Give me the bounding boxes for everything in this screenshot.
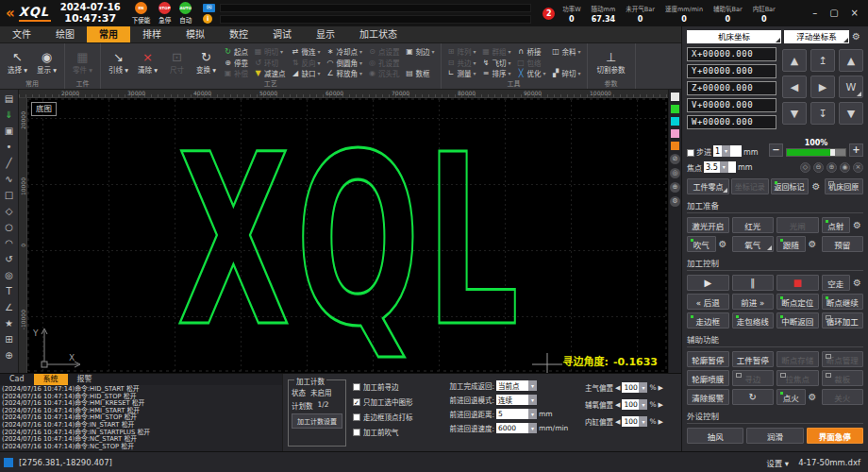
checkbox-only-selected[interactable]: ✓只加工选中图形 [353,396,440,407]
info-icon[interactable]: i [203,14,212,24]
minimize-button[interactable]: – [812,8,817,18]
checkbox-edge-seek-before[interactable]: 加工前寻边 [353,381,440,392]
ribbon-button-part[interactable]: ▦零件 ▾ [68,44,97,80]
ribbon-button-optimize[interactable]: ╳优化▾ [515,68,548,78]
ribbon-button-clear[interactable]: ×清除 ▾ [133,44,162,80]
reset-button[interactable]: ↻ [732,389,775,405]
flame-off-button[interactable]: 关火 [822,389,864,405]
dry-run-gear[interactable]: ⚙ [851,275,863,291]
jog-z-plus-button[interactable]: ▲ [839,49,863,72]
ribbon-button-hole-setting[interactable]: ◎孔设置 [366,58,402,68]
text-icon[interactable]: T [2,284,17,298]
log-tab-system[interactable]: 系统 [34,374,68,385]
clear-alarm-button[interactable]: 清除报警 [687,389,729,405]
star-icon[interactable]: ★ [2,316,17,330]
trace-frame-button[interactable]: 走边框 [687,312,729,329]
capture-icon[interactable]: ▣ [2,124,17,138]
point-icon[interactable]: • [2,140,17,154]
breakpoint-manage-button[interactable]: 断点管理 [822,351,864,367]
focus-close-icon[interactable]: × [853,162,863,173]
pause-button[interactable]: ‖ [732,275,775,291]
ribbon-button-point-setting[interactable]: ⊙点设置 [366,46,402,57]
jog-z-minus-button[interactable]: ▼ [839,102,863,125]
ribbon-button-counterbore[interactable]: ◉沉头孔 [366,68,402,78]
offset-increase-icon[interactable]: ▶ [659,418,663,426]
ribbon-button-dock[interactable]: ⊕停靠 [222,58,250,68]
burst-button[interactable]: 点射 [822,217,851,233]
coord-record-button[interactable]: 坐标记录 [731,178,769,194]
focus-value-field[interactable]: 3.5▾ [704,161,736,173]
settings-icon[interactable]: ⚙ [670,196,680,207]
speed-minus-button[interactable]: − [769,143,783,157]
field-input-fwd-back-dist[interactable]: 5▾ [496,409,537,419]
ribbon-button-cut-params[interactable]: ⊥切割参数 [591,44,632,80]
step-value-field[interactable]: 1▾ [713,145,742,157]
blow-gear[interactable]: ⚙ [717,236,729,252]
ui-estop-button[interactable]: 界面急停 [807,428,863,444]
field-input-fwd-back-mode[interactable]: 连续▾ [496,395,537,405]
ribbon-button-select[interactable]: ↖选择 ▾ [3,44,32,80]
arc-icon[interactable]: ◠ [2,236,17,250]
ribbon-button-remnant[interactable]: ◫余料▾ [550,46,583,57]
save-icon[interactable]: ⇓ [2,108,17,122]
edge-seek-button[interactable]: 寻边 [732,370,775,386]
part-pause-button[interactable]: 工件暂停 [732,351,775,367]
focus-diamond-icon[interactable]: ◇ [800,162,810,173]
ribbon-button-compensate[interactable]: ▣补偿 [222,68,250,78]
tab-display[interactable]: 显示 [304,26,347,42]
forward-button[interactable]: 前进 » [732,294,775,310]
settings-dropdown[interactable]: 设置 ▾ [766,457,789,468]
offset-input-inner-cyl-offset[interactable]: 100▾ [622,416,647,427]
coord-gear-icon[interactable]: ⚙ [852,32,860,42]
circle-icon[interactable]: ○ [2,220,17,234]
ribbon-button-bridge[interactable]: ∩桥接 [515,46,548,57]
focus-target-icon[interactable]: ◉ [840,162,850,173]
interrupt-return-button[interactable]: 中断返回 [776,312,819,329]
focus-cal-button[interactable]: 拉焦点 [776,370,819,386]
tab-nc[interactable]: 数控 [217,26,260,42]
ribbon-button-measure[interactable]: ∟测量▾ [445,68,478,78]
close-button[interactable]: × [851,8,859,18]
target-icon[interactable]: ⊕ [2,348,17,362]
offset-decrease-icon[interactable]: ◀ [615,401,620,409]
layer-orange[interactable] [671,142,679,150]
ribbon-button-bright-cut[interactable]: ▦明切▾ [252,46,288,57]
tab-draw[interactable]: 绘图 [43,26,87,42]
ribbon-button-edge-mark[interactable]: ▣刻边▾ [404,46,437,57]
speed-plus-button[interactable]: + [849,143,863,157]
work-zero-button[interactable]: 工件零点 [687,178,729,194]
loop-machining-button[interactable]: 循环加工 [822,312,864,329]
ribbon-button-group[interactable]: ▦群组▾ [480,46,513,57]
offset-input-aux-oxygen-offset[interactable]: 100▾ [622,399,647,410]
mode-button-estop[interactable]: STOP急停 [159,2,171,25]
breakpoint-save-button[interactable]: 断点存储 [776,351,819,367]
ribbon-button-micro-joint[interactable]: ⇄微连▾ [290,46,323,57]
lubricate-button[interactable]: 润滑 [746,428,803,444]
alarm-count-badge[interactable]: 2 [542,8,555,20]
log-tab-alarm[interactable]: 报警 [68,374,102,385]
tab-debug[interactable]: 调试 [260,26,304,42]
rect-icon[interactable]: □ [2,188,17,202]
follow-gear[interactable]: ⚙ [807,236,819,252]
ribbon-button-common-edge[interactable]: ⊟共边▾ [445,58,478,68]
follow-button[interactable]: 跟随 [776,236,806,252]
tab-common[interactable]: 常用 [87,26,130,42]
ribbon-button-size[interactable]: ⊡尺寸 [162,44,192,80]
ribbon-button-fly-cut[interactable]: ↯飞切▾ [480,58,513,68]
dry-run-button[interactable]: 空走 [822,275,851,291]
ribbon-button-lead-line[interactable]: ↘引线 ▾ [104,44,133,80]
mode-button-auto[interactable]: AUTO自动 [179,2,192,25]
layer-pink[interactable] [671,129,679,138]
nozzle-up-button[interactable]: ↥ [810,49,835,72]
contour-film-button[interactable]: 轮廓喷膜 [687,370,729,386]
ignite-button[interactable]: 点火 [776,389,806,405]
layer-white[interactable] [671,93,679,101]
offset-decrease-icon[interactable]: ◀ [615,418,620,426]
jog-y-plus-button[interactable]: ▲ [782,49,807,72]
restore-button[interactable]: ▢ [829,8,838,18]
canvas[interactable]: XQL Y X 寻边角度: [27,98,668,373]
ribbon-button-release-angle[interactable]: ∠释放角▾ [325,68,365,78]
offset-increase-icon[interactable]: ▶ [659,384,663,392]
spiral-icon[interactable]: ↺ [2,252,17,266]
field-input-finish-return[interactable]: 当前点▾ [496,380,537,391]
